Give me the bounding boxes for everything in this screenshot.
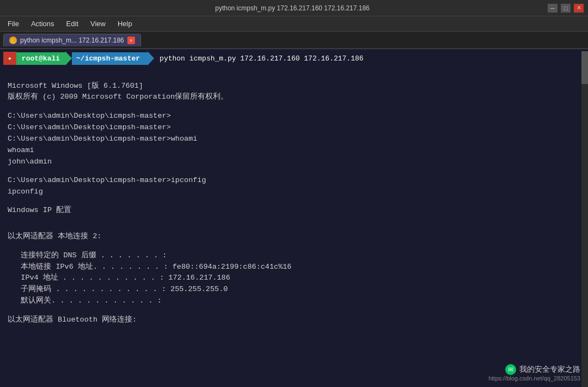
terminal-line: whoami — [8, 145, 580, 156]
minimize-button[interactable]: ─ — [548, 4, 558, 13]
terminal-output[interactable]: Microsoft Windows [版 6.1.7601]版权所有 (c) 2… — [0, 68, 588, 387]
watermark-url: https://blog.csdn.net/qq_28205153 — [488, 375, 580, 382]
prompt-user: root@kali — [16, 52, 65, 65]
prompt-bar: ✦ root@kali ~/icmpsh-master python icmps… — [0, 49, 588, 68]
terminal-line: 默认网关. . . . . . . . . . . . : — [8, 295, 580, 307]
terminal-line — [8, 103, 580, 111]
prompt-arrow-green — [65, 51, 72, 65]
menu-edit[interactable]: Edit — [61, 18, 84, 29]
terminal-line — [8, 73, 580, 81]
wechat-text: 我的安全专家之路 — [519, 365, 580, 374]
terminal-line: 以太网适配器 本地连接 2: — [8, 231, 580, 243]
prompt-dir: ~/icmpsh-master — [72, 52, 148, 65]
window-controls[interactable]: ─ □ ✕ — [548, 4, 584, 13]
terminal-line — [8, 224, 580, 232]
prompt-kali: ✦ root@kali ~/icmpsh-master python icmps… — [3, 51, 364, 65]
terminal-tab[interactable]: 🐍 python icmpsh_m... 172.16.217.186 ✕ — [3, 34, 141, 46]
terminal-line — [8, 307, 580, 315]
wechat-label: ✉ 我的安全专家之路 — [488, 364, 580, 375]
scrollbar-track[interactable] — [581, 51, 588, 387]
terminal-line: 以太网适配器 Bluetooth 网络连接: — [8, 315, 580, 326]
terminal-line — [8, 198, 580, 205]
python-icon: 🐍 — [9, 37, 17, 44]
watermark: ✉ 我的安全专家之路 https://blog.csdn.net/qq_2820… — [488, 364, 580, 382]
scrollbar-thumb[interactable] — [581, 51, 588, 84]
title-bar: python icmpsh_m.py 172.16.217.160 172.16… — [0, 0, 588, 16]
terminal-line: C:\Users\admin\Desktop\icmpsh-master> — [8, 122, 580, 134]
terminal-line: C:\Users\admin\Desktop\icmpsh-master> — [8, 111, 580, 122]
menu-actions[interactable]: Actions — [26, 18, 60, 29]
close-button[interactable]: ✕ — [574, 4, 584, 13]
terminal-line: 本地链接 IPv6 地址. . . . . . . . : fe80::694a… — [8, 262, 580, 273]
tab-bar: 🐍 python icmpsh_m... 172.16.217.186 ✕ — [0, 32, 588, 49]
menu-bar: File Actions Edit View Help — [0, 16, 588, 32]
terminal-line: IPv4 地址 . . . . . . . . . . . : 172.16.2… — [8, 273, 580, 284]
terminal-line: john\admin — [8, 156, 580, 168]
tab-close-button[interactable]: ✕ — [127, 37, 135, 44]
terminal-line — [8, 243, 580, 250]
restore-button[interactable]: □ — [561, 4, 571, 13]
terminal-line: 版权所有 (c) 2009 Microsoft Corporation保留所有权… — [8, 92, 580, 103]
terminal-line — [8, 216, 580, 224]
terminal-line: 子网掩码 . . . . . . . . . . . . : 255.255.2… — [8, 284, 580, 295]
tab-label: python icmpsh_m... 172.16.217.186 — [20, 37, 124, 44]
terminal-line: C:\Users\admin\Desktop\icmpsh-master>ipc… — [8, 175, 580, 186]
terminal-line: Microsoft Windows [版 6.1.7601] — [8, 81, 580, 92]
menu-view[interactable]: View — [85, 18, 111, 29]
menu-file[interactable]: File — [2, 18, 24, 29]
terminal-line: Windows IP 配置 — [8, 205, 580, 216]
prompt-star: ✦ — [3, 52, 16, 65]
window-title: python icmpsh_m.py 172.16.217.160 172.16… — [37, 4, 548, 12]
terminal-line — [8, 167, 580, 175]
prompt-command: python icmpsh_m.py 172.16.217.160 172.16… — [154, 55, 363, 63]
menu-help[interactable]: Help — [112, 18, 138, 29]
prompt-arrow-blue — [148, 51, 154, 65]
wechat-icon: ✉ — [505, 364, 516, 375]
terminal-line: C:\Users\admin\Desktop\icmpsh-master>who… — [8, 134, 580, 145]
terminal-line: ipconfig — [8, 186, 580, 198]
terminal-line: 连接特定的 DNS 后缀 . . . . . . . : — [8, 250, 580, 262]
